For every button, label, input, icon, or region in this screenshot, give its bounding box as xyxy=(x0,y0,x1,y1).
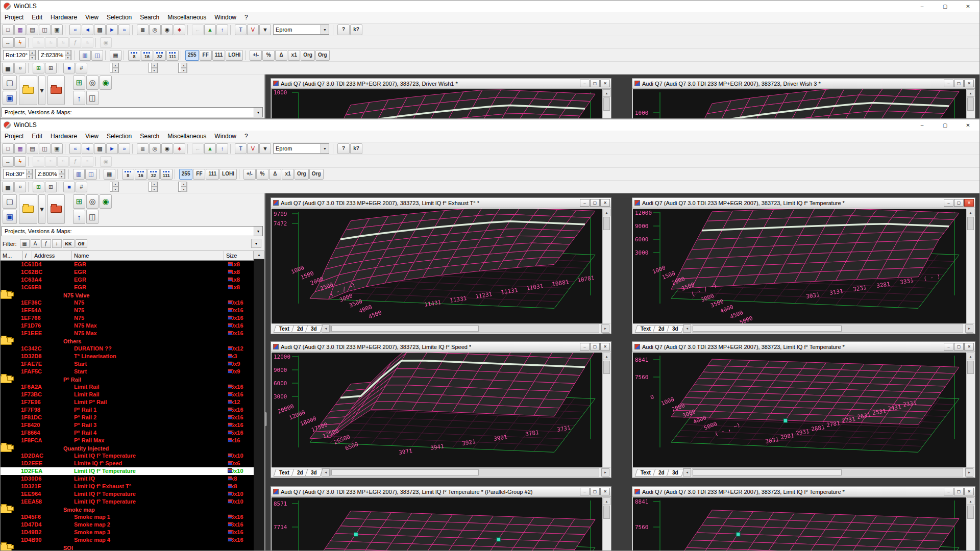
function-icon[interactable]: ƒ xyxy=(69,37,81,48)
view-dropdown-icon[interactable]: ▼ xyxy=(259,143,271,154)
menu-view[interactable]: View xyxy=(81,12,103,22)
new-map-icon[interactable]: □ xyxy=(2,143,14,154)
percent-button[interactable]: % xyxy=(262,50,275,61)
map-row[interactable]: 1F1EEEN75 Max10x16 xyxy=(1,330,254,337)
bits-8-button[interactable]: 8 xyxy=(128,50,140,61)
sign-button[interactable]: +/- xyxy=(243,169,256,180)
menu-selection[interactable]: Selection xyxy=(103,131,136,141)
menu-window[interactable]: Window xyxy=(210,131,240,141)
scrollbar-thumb[interactable] xyxy=(603,217,610,230)
child-window-br[interactable]: Audi Q7 (Audi Q7 3.0 TDI 233 MP+EGR 2007… xyxy=(632,486,975,550)
tools-icon[interactable]: ¤ xyxy=(14,182,26,192)
map-folder-row[interactable]: Others xyxy=(1,337,12,345)
view-dropdown-icon[interactable]: ▼ xyxy=(259,24,271,35)
upload-icon[interactable]: ↑ xyxy=(216,24,228,35)
child-close-button[interactable]: ✕ xyxy=(600,488,610,495)
cascade-windows-icon[interactable]: ▣ xyxy=(51,143,63,154)
map-row[interactable]: 1EF766N7510x16 xyxy=(1,314,254,322)
surface-plot-3d[interactable] xyxy=(633,209,967,325)
map-row[interactable]: 1F81DCP° Rail 215x16 xyxy=(1,414,254,421)
child-minimize-button[interactable]: – xyxy=(580,80,590,87)
compare-icon[interactable]: ◫ xyxy=(86,91,99,105)
column-header-[interactable]: / xyxy=(23,251,32,260)
minimize-button[interactable]: – xyxy=(911,1,934,12)
screen-map-icon[interactable]: ▥ xyxy=(79,50,91,61)
map-row[interactable]: 1D45F6Smoke map 113x16 xyxy=(1,513,254,521)
text-view-icon[interactable]: T xyxy=(235,24,247,35)
spinner-down-icon[interactable]: ▼ xyxy=(151,68,157,73)
map-row[interactable]: 1F7E96Limit P° Rail8x12 xyxy=(1,398,254,406)
nav-next-icon[interactable]: ► xyxy=(106,24,118,35)
surface-plot-3d[interactable] xyxy=(633,353,967,469)
map-folder-row[interactable]: SOI xyxy=(1,544,12,550)
bits-packed-button[interactable]: 111 xyxy=(160,169,173,180)
open-project-icon[interactable] xyxy=(19,194,37,224)
format-lohi-button[interactable]: LOHI xyxy=(226,50,243,61)
nav-first-icon[interactable]: « xyxy=(69,24,81,35)
child-restore-button[interactable]: ▢ xyxy=(954,343,964,350)
filter-kk-button[interactable]: KK xyxy=(63,239,75,248)
format-bin-button[interactable]: 111 xyxy=(206,169,219,180)
scrollbar-thumb[interactable] xyxy=(967,217,974,230)
new-document-icon[interactable]: ▢ xyxy=(3,194,17,209)
format-dec-button[interactable]: 255 xyxy=(185,50,199,61)
format-hex-button[interactable]: FF xyxy=(193,169,205,180)
child-window-bl[interactable]: Audi Q7 (Audi Q7 3.0 TDI 233 MP+EGR 2007… xyxy=(271,486,611,550)
scroll-right-button[interactable]: ► xyxy=(601,468,609,477)
s3-spinner[interactable]: ▲▼ xyxy=(178,182,187,192)
grid-add-green-icon[interactable]: ⊞ xyxy=(33,63,44,73)
spinner-up-icon[interactable]: ▲ xyxy=(29,50,35,55)
back-arrow-icon[interactable]: ← xyxy=(192,24,204,35)
export-icon[interactable]: ↑ xyxy=(73,91,85,105)
child-vertical-scrollbar[interactable]: ▲▼ xyxy=(966,89,974,118)
adjust-icon[interactable]: ≈ xyxy=(33,156,44,167)
scrollbar-thumb[interactable] xyxy=(693,469,841,475)
eprom-chip-icon[interactable]: ▦ xyxy=(14,24,26,35)
child-minimize-button[interactable]: – xyxy=(580,343,590,350)
column-header-m[interactable]: M... xyxy=(1,251,23,260)
scrollbar-thumb[interactable] xyxy=(331,325,479,332)
surface-plot-3d[interactable] xyxy=(272,89,603,118)
child-title-bar[interactable]: Audi Q7 (Audi Q7 3.0 TDI 233 MP+EGR 2007… xyxy=(632,342,975,352)
map-row[interactable]: 1C62BCEGR11x8 xyxy=(1,268,254,276)
child-close-button[interactable]: ✕ xyxy=(964,80,974,87)
cascade-windows-icon[interactable]: ▣ xyxy=(51,24,63,35)
filter-fx-icon[interactable]: ƒ xyxy=(41,239,51,248)
globe-icon[interactable]: ◉ xyxy=(100,76,112,90)
scroll-up-icon[interactable]: ▲ xyxy=(967,89,974,97)
map-row[interactable]: 1FAE7EStart10x9 xyxy=(1,360,254,368)
child-restore-button[interactable]: ▢ xyxy=(954,488,964,495)
zoom-page-icon[interactable]: ◉ xyxy=(161,143,173,154)
spinner-up-icon[interactable]: ▲ xyxy=(181,63,187,68)
adjust4-icon[interactable]: ≈ xyxy=(82,156,93,167)
menu-selection[interactable]: Selection xyxy=(103,12,136,22)
child-horizontal-scrollbar[interactable] xyxy=(692,324,963,333)
column-header-name[interactable]: Name xyxy=(72,251,224,260)
picture-icon[interactable]: ▲ xyxy=(204,143,216,154)
eprom-chip-icon[interactable]: ▦ xyxy=(14,143,26,154)
new-map-icon[interactable]: □ xyxy=(2,24,14,35)
child-vertical-scrollbar[interactable]: ▲▼ xyxy=(602,89,610,118)
import-file-icon[interactable] xyxy=(47,194,65,224)
selection-list-icon[interactable]: ≣ xyxy=(137,143,149,154)
bits-16-button[interactable]: 16 xyxy=(141,50,153,61)
filter-updown-icon[interactable]: ↕ xyxy=(52,239,62,248)
lightning-icon[interactable]: ϟ xyxy=(14,37,26,48)
filter-dropdown-button[interactable]: ▼ xyxy=(251,239,261,248)
fit-width-icon[interactable]: ↔ xyxy=(2,156,14,167)
map-row[interactable]: 1C65E8EGR11x8 xyxy=(1,284,254,291)
child-close-button[interactable]: ✕ xyxy=(964,199,974,207)
child-minimize-button[interactable]: – xyxy=(580,199,590,207)
bits-32-button[interactable]: 32 xyxy=(148,169,160,180)
adjust3-icon[interactable]: ≈ xyxy=(57,156,69,167)
map-row[interactable]: 1FAF5CStart10x9 xyxy=(1,368,254,375)
map-row[interactable]: 1EEA58Limit IQ f° Temperature10x10 xyxy=(1,498,254,506)
s1-spinner[interactable]: ▲▼ xyxy=(110,63,119,73)
spinner-up-icon[interactable]: ▲ xyxy=(112,182,118,187)
map-row[interactable]: 1D47D4Smoke map 213x16 xyxy=(1,521,254,529)
child-minimize-button[interactable]: – xyxy=(580,488,590,495)
percent-button[interactable]: % xyxy=(256,169,268,180)
text-view-icon[interactable]: T xyxy=(235,143,247,154)
child-restore-button[interactable]: ▢ xyxy=(590,80,600,87)
map-row[interactable]: 1EF36CN7510x16 xyxy=(1,299,254,307)
